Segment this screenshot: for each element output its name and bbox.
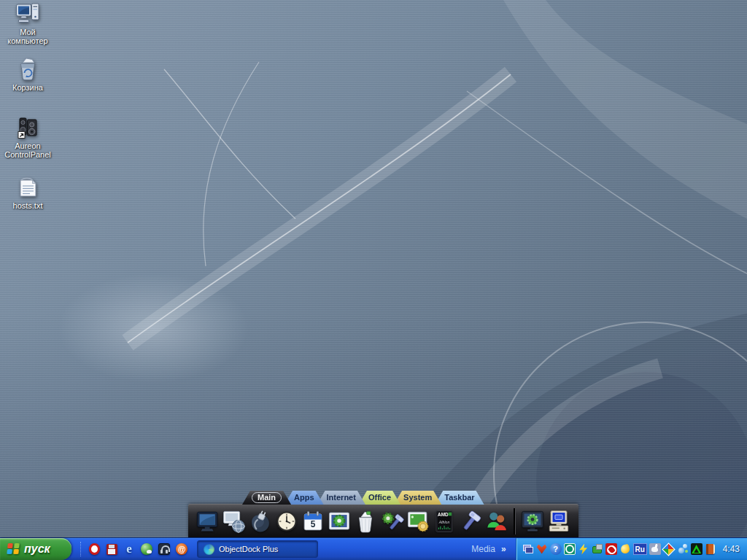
dock-icon-network-places[interactable] (222, 509, 247, 534)
floppy-disk-icon (107, 544, 117, 555)
dock-icon-my-computer[interactable] (196, 509, 220, 534)
dock-icon-calendar[interactable]: 5 (301, 509, 325, 534)
media-toolbar: Media » (471, 544, 515, 554)
tray-network-connection-icon[interactable] (522, 543, 534, 555)
dock-tab-system[interactable]: System (394, 491, 441, 505)
tray-codec-icon[interactable] (564, 543, 576, 555)
dock-separator (514, 508, 516, 534)
dock-icon-display-settings[interactable] (327, 509, 352, 534)
quicklaunch-audio-player[interactable] (158, 542, 171, 556)
taskbar: пуск e @ ObjectDock Plus Media » ? (0, 537, 747, 560)
desktop-icon-label: Мой компьютер (0, 28, 55, 45)
quicklaunch-internet-explorer[interactable]: e (123, 542, 136, 556)
quicklaunch-total-commander[interactable] (105, 542, 118, 556)
quicklaunch-network-app[interactable] (140, 542, 153, 556)
dock-icon-desktop-theme[interactable] (406, 509, 430, 534)
desktop: Мой компьютер Корзина Aureon ControlPane… (0, 0, 747, 560)
dock-tab-label: Main (252, 492, 282, 503)
dock-tab-main[interactable]: Main (242, 491, 291, 505)
headphones-icon (158, 543, 170, 555)
my-computer-icon (15, 1, 40, 26)
windows-logo-icon (7, 543, 20, 555)
desktop-icon-label: Aureon ControlPanel (0, 141, 55, 159)
tray-dictionary-book-icon[interactable] (705, 543, 716, 555)
tray-rabbit-icon[interactable] (649, 543, 661, 555)
quicklaunch-mail[interactable]: @ (175, 542, 188, 556)
objectdock-app-icon (204, 544, 214, 555)
tray-diamond-icon[interactable] (663, 543, 675, 555)
dock-icon-connections[interactable] (248, 509, 273, 534)
tray-green-triangle-icon[interactable] (691, 543, 703, 555)
start-button-label: пуск (24, 542, 50, 556)
calendar-day-number: 5 (311, 520, 316, 530)
dock-tab-label: Internet (327, 493, 356, 502)
media-toolbar-label[interactable]: Media (471, 544, 495, 554)
dock-icon-users[interactable] (484, 509, 509, 534)
green-sphere-icon (141, 543, 152, 555)
dock-icon-tools-hammer[interactable] (458, 509, 483, 534)
dock-tab-internet[interactable]: Internet (317, 491, 365, 505)
dock-tab-label: Taskbar (444, 493, 474, 502)
chevron-expand-icon[interactable]: » (501, 544, 506, 554)
dock-icon-recycle-bin[interactable] (353, 509, 378, 534)
dock-icon-display-properties[interactable] (520, 509, 545, 534)
taskbar-window-button-objectdock[interactable]: ObjectDock Plus (197, 540, 318, 558)
objectdock: Main Apps Internet Office System Taskbar… (188, 504, 578, 538)
desktop-icon-aureon-controlpanel[interactable]: Aureon ControlPanel (0, 115, 55, 159)
amd-logo-text: AMD (438, 512, 449, 517)
dock-tab-bar: Main Apps Internet Office System Taskbar (242, 491, 484, 505)
quick-launch-bar: e @ (71, 542, 194, 556)
desktop-icon-hosts-txt[interactable]: hosts.txt (0, 175, 55, 210)
mail-at-icon: @ (176, 543, 187, 555)
dock-tab-label: Office (368, 493, 391, 502)
tray-leaf-icon[interactable] (619, 543, 631, 555)
tray-removable-device-icon[interactable] (592, 543, 603, 555)
tray-lightning-icon[interactable] (578, 543, 589, 555)
language-indicator[interactable]: Ru (633, 543, 647, 555)
dock-tab-taskbar[interactable]: Taskbar (435, 491, 484, 505)
dock-tab-label: Apps (294, 493, 314, 502)
dock-bar: 5 AMDAthlon (188, 504, 578, 538)
dock-tab-apps[interactable]: Apps (285, 491, 324, 505)
desktop-icon-my-computer[interactable]: Мой компьютер (0, 1, 55, 45)
start-button[interactable]: пуск (0, 538, 71, 560)
clock[interactable]: 4:43 (723, 544, 740, 554)
dock-icon-system-tools[interactable] (379, 509, 404, 534)
dock-icon-amd-athlon[interactable]: AMDAthlon (432, 509, 457, 534)
wallpaper-image (0, 0, 747, 560)
dock-icon-dos-computer[interactable] (546, 509, 571, 534)
tray-water-drops-icon[interactable] (677, 543, 689, 555)
tray-help-icon[interactable]: ? (550, 543, 562, 555)
desktop-icon-label: hosts.txt (13, 201, 43, 210)
dock-tab-label: System (403, 493, 432, 502)
internet-explorer-icon: e (126, 543, 132, 555)
dock-icon-clock[interactable] (274, 509, 299, 534)
quick-launch-handle[interactable] (80, 542, 83, 556)
opera-icon (89, 543, 100, 555)
window-button-label: ObjectDock Plus (219, 545, 278, 553)
system-tray: ? Ru 4:43 (516, 538, 747, 560)
speaker-icon (15, 115, 40, 140)
text-file-icon (15, 175, 40, 200)
tray-antivirus-icon[interactable] (605, 543, 617, 555)
recycle-bin-icon (15, 57, 40, 82)
quicklaunch-opera[interactable] (88, 542, 101, 556)
tray-fox-icon[interactable] (536, 543, 548, 555)
desktop-icon-label: Корзина (12, 83, 43, 92)
desktop-icon-recycle-bin[interactable]: Корзина (0, 57, 55, 92)
dock-tab-office[interactable]: Office (359, 491, 400, 505)
athlon-logo-text: Athlon (438, 520, 450, 524)
